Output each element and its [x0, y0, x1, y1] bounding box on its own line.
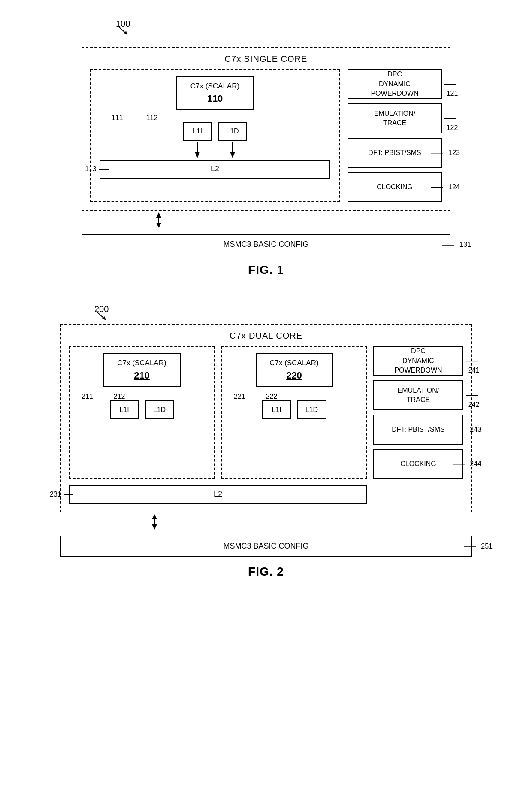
fig1-l1-area: 111 112 L1I L1D: [100, 116, 330, 141]
fig1-arrow-left: [183, 142, 212, 158]
fig2-core1-l1-row: L1I L1D: [76, 400, 207, 419]
fig1-clocking-box: CLOCKING 124: [348, 172, 442, 202]
fig2-ref-arrow: [97, 312, 110, 321]
fig1-l1-refs: 111 112: [112, 114, 157, 122]
svg-marker-24: [152, 524, 157, 530]
fig1-l2-row: 113 L2: [100, 160, 330, 179]
svg-marker-11: [156, 212, 161, 218]
fig2-bidir-arrow: [60, 514, 472, 530]
fig2-core2-box: C7x (SCALAR) 220 221 222 L1I: [221, 346, 367, 479]
fig1-scalar-box: C7x (SCALAR) 110: [176, 76, 254, 110]
fig1-inner-row: C7x (SCALAR) 110 111 112 L1I: [90, 69, 442, 202]
fig1-dft-box: DFT: PBIST/SMS 123: [348, 138, 442, 168]
fig2-dpc-box: DPC DYNAMIC POWERDOWN 241: [373, 346, 463, 376]
fig2-msmc-box: MSMC3 BASIC CONFIG: [60, 536, 472, 557]
fig2-outer-label: C7x DUAL CORE: [69, 331, 463, 341]
fig2-clocking-ref: 244: [453, 459, 481, 469]
fig2-core1-box: C7x (SCALAR) 210 211 212 L1I: [69, 346, 215, 479]
figure-1-container: 100 C7x SINGLE CORE C7x (SCALAR) 110: [26, 17, 506, 277]
fig1-bidir-arrow: [82, 212, 450, 228]
fig2-inner-row: C7x (SCALAR) 210 211 212 L1I: [69, 346, 463, 479]
fig1-emulation-box: EMULATION/ TRACE 122: [348, 103, 442, 133]
fig2-core2-l1-area: 221 222 L1I L1D: [229, 394, 360, 419]
fig1-msmc-ref: 131: [442, 241, 471, 249]
fig2-l2-area: L2: [69, 485, 367, 504]
fig1-diagram: C7x SINGLE CORE C7x (SCALAR) 110 111 112: [82, 47, 450, 255]
fig1-ref-arrow: [118, 27, 131, 36]
fig2-outer-box: C7x DUAL CORE C7x (SCALAR) 210 211 212: [60, 324, 472, 512]
fig2-l2-box: L2: [69, 485, 367, 504]
fig2-l2-row: 231 L2: [69, 485, 463, 504]
fig1-dpc-box: DPC DYNAMIC POWERDOWN 121: [348, 69, 442, 99]
svg-marker-5: [230, 152, 235, 158]
svg-marker-3: [195, 152, 200, 158]
fig2-core1-l1d: L1D: [145, 400, 174, 419]
figure-2-container: 200 C7x DUAL CORE C7x (SCALAR) 210: [26, 303, 506, 579]
fig1-l1d-box: L1D: [218, 122, 247, 141]
fig2-dft-box: DFT: PBIST/SMS 243: [373, 415, 463, 445]
fig1-msmc-row: MSMC3 BASIC CONFIG 131: [82, 234, 450, 255]
fig1-dpc-ref: 121: [444, 70, 460, 98]
svg-marker-22: [152, 514, 157, 519]
fig1-top-ref-area: 100: [82, 17, 450, 39]
fig1-l2-box: L2: [100, 160, 330, 179]
fig1-outer-label: C7x SINGLE CORE: [90, 54, 442, 64]
fig1-arrows-down: [183, 142, 247, 158]
fig2-scalar2-box: C7x (SCALAR) 220: [256, 353, 333, 387]
fig2-label: FIG. 2: [248, 565, 284, 579]
fig2-core1-l1i: L1I: [110, 400, 139, 419]
fig2-right-col: DPC DYNAMIC POWERDOWN 241 EMULATION/ TRA…: [373, 346, 463, 479]
fig2-msmc-ref: 251: [464, 543, 493, 550]
fig1-clocking-ref: 124: [431, 182, 460, 192]
fig2-core2-l1i: L1I: [262, 400, 291, 419]
svg-marker-13: [156, 223, 161, 228]
fig1-right-col: DPC DYNAMIC POWERDOWN 121 EMULATION/ TRA…: [348, 69, 442, 202]
fig2-clocking-box: CLOCKING 244: [373, 449, 463, 479]
fig2-emulation-box: EMULATION/ TRACE 242: [373, 380, 463, 410]
fig1-l1-boxes-row: L1I L1D: [100, 122, 330, 141]
fig2-msmc-row: MSMC3 BASIC CONFIG 251: [60, 536, 472, 557]
fig1-left-inner-box: C7x (SCALAR) 110 111 112 L1I: [90, 69, 340, 202]
fig2-diagram: C7x DUAL CORE C7x (SCALAR) 210 211 212: [60, 324, 472, 557]
fig2-core2-l1-row: L1I L1D: [229, 400, 360, 419]
fig1-outer-box: C7x SINGLE CORE C7x (SCALAR) 110 111 112: [82, 47, 450, 211]
fig2-top-ref-area: 200: [60, 303, 472, 324]
fig1-arrow-right: [218, 142, 247, 158]
fig1-emulation-ref: 122: [444, 104, 460, 133]
fig2-scalar1-box: C7x (SCALAR) 210: [103, 353, 181, 387]
fig2-core1-l1-area: 211 212 L1I L1D: [76, 394, 207, 419]
fig1-label: FIG. 1: [248, 263, 284, 277]
fig2-core2-l1d: L1D: [297, 400, 326, 419]
fig2-emulation-ref: 242: [466, 381, 481, 409]
fig2-l2-ref: 231: [50, 491, 73, 498]
fig1-msmc-box: MSMC3 BASIC CONFIG: [82, 234, 450, 255]
fig2-dft-ref: 243: [453, 425, 481, 434]
fig1-l2-ref: 113: [85, 165, 109, 173]
fig2-dpc-ref: 241: [466, 346, 481, 375]
fig1-l1i-box: L1I: [183, 122, 212, 141]
fig1-dft-ref: 123: [431, 148, 460, 158]
